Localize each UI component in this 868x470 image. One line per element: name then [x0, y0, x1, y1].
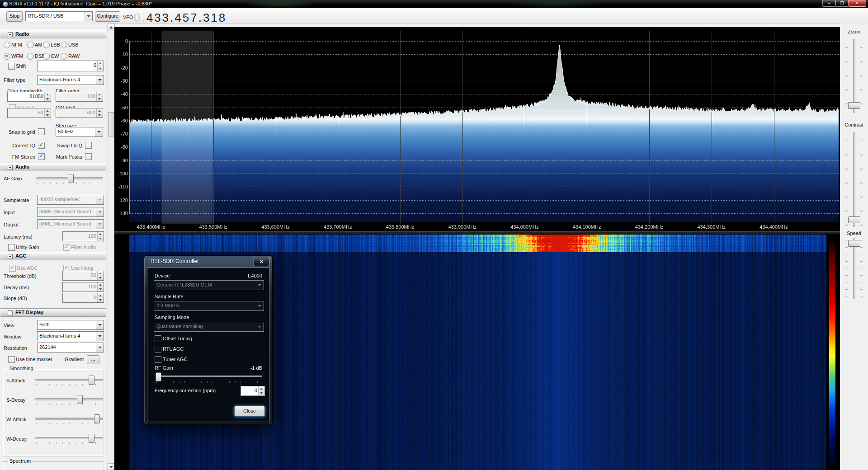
source-select[interactable]: RTL-SDR / USB	[25, 11, 93, 21]
frequency-display[interactable]: 0.433.457.318	[134, 11, 226, 25]
fft-window-select[interactable]: Blackman-Harris 4	[37, 331, 104, 341]
w-attack-slider[interactable]	[35, 418, 103, 420]
sidebar-scrollbar[interactable]	[107, 24, 114, 470]
s-decay-slider-thumb[interactable]	[77, 395, 83, 404]
rtl-agc-checkbox[interactable]	[155, 346, 161, 352]
gradient-button[interactable]: ...	[87, 355, 99, 364]
maximize-button[interactable]: ❐	[835, 0, 849, 7]
view-select[interactable]: Both	[37, 320, 104, 330]
radio-mode-label: RAW	[68, 53, 80, 59]
radio-panel-header[interactable]: Radio	[0, 30, 106, 38]
fft-display-panel-header[interactable]: FFT Display	[0, 308, 106, 317]
use-time-marker-checkbox[interactable]	[8, 356, 15, 363]
agc-slope-field[interactable]: 0	[62, 293, 104, 303]
spinner-icon[interactable]	[97, 282, 104, 291]
radio-mode-lsb[interactable]	[43, 42, 50, 48]
db-tick-label: -50	[114, 105, 128, 110]
agc-threshold-field[interactable]: -50	[62, 271, 104, 281]
tuner-agc-checkbox[interactable]	[155, 356, 161, 363]
frequency-tick-label: 434,000MHz	[506, 224, 544, 230]
scroll-down-icon[interactable]	[108, 463, 115, 470]
slider-ticks	[36, 423, 102, 424]
dialog-close-action-button[interactable]: Close	[234, 406, 265, 417]
spinner-icon[interactable]	[97, 271, 104, 280]
agc-slope-label: Slope (dB)	[4, 296, 27, 301]
unity-gain-checkbox[interactable]	[8, 244, 15, 251]
sample-rate-label: Sample Rate	[155, 294, 184, 299]
radio-mode-am[interactable]	[27, 42, 34, 48]
w-decay-slider-thumb[interactable]	[89, 434, 94, 443]
close-button[interactable]: ✕	[848, 0, 866, 7]
scrollbar-thumb[interactable]	[108, 112, 114, 136]
speed-slider-thumb[interactable]	[848, 240, 860, 247]
filter-bandwidth-field[interactable]: 81850	[7, 92, 51, 102]
offset-tuning-checkbox[interactable]	[155, 335, 161, 342]
fm-stereo-checkbox[interactable]	[38, 153, 45, 160]
spinner-icon[interactable]	[97, 293, 104, 302]
frequency-correction-field[interactable]: 0	[241, 386, 265, 396]
filter-order-field: 100	[56, 92, 103, 102]
collapse-icon[interactable]	[8, 310, 13, 315]
mark-peaks-checkbox[interactable]	[85, 153, 92, 160]
scroll-up-icon[interactable]	[108, 24, 115, 31]
radio-mode-cw[interactable]	[43, 53, 50, 60]
filter-type-select[interactable]: Blackman-Harris 4	[37, 75, 104, 85]
dialog-close-button[interactable]: ✕	[254, 257, 269, 266]
spinner-icon[interactable]	[97, 61, 104, 71]
correct-iq-checkbox[interactable]	[38, 142, 45, 149]
s-decay-slider[interactable]	[35, 398, 103, 400]
slider-ticks	[860, 240, 863, 298]
step-size-select[interactable]: 50 kHz	[56, 127, 103, 137]
rf-gain-slider[interactable]	[156, 376, 262, 377]
collapse-icon[interactable]	[8, 254, 13, 259]
radio-mode-usb[interactable]	[61, 42, 67, 48]
rf-gain-slider-thumb[interactable]	[156, 372, 161, 381]
frequency-tick-label: 434,400MHz	[755, 224, 793, 230]
shift-value-field[interactable]: 0	[37, 61, 104, 71]
chevron-down-icon	[85, 12, 92, 21]
chevron-down-icon	[96, 195, 104, 204]
audio-panel-header[interactable]: Audio	[0, 163, 106, 171]
sampling-mode-label: Sampling Mode	[155, 315, 189, 320]
w-attack-slider-thumb[interactable]	[94, 414, 100, 423]
frequency-tick-label: 433,500MHz	[194, 224, 232, 230]
spectrum-legend: Spectrum	[8, 458, 32, 464]
radio-mode-dsb[interactable]	[27, 53, 34, 60]
contrast-slider-thumb[interactable]	[848, 216, 860, 223]
chevron-down-icon	[256, 281, 263, 290]
spectrum-display[interactable]: 0-10-20-30-40-50-60-70-80-90-100-110-120…	[114, 27, 840, 231]
chevron-down-icon	[96, 320, 104, 329]
use-time-marker-label: Use time marker	[16, 357, 52, 362]
display-settings-panel: Zoom Contrast Speed	[840, 24, 868, 470]
collapse-icon[interactable]	[8, 165, 13, 170]
control-sidebar: Radio NFM AM LSB USB WFM DSB CW RAW Shif…	[0, 24, 107, 470]
radio-mode-nfm[interactable]	[4, 42, 10, 48]
collapse-icon[interactable]	[8, 32, 13, 37]
spectrum-canvas[interactable]	[114, 27, 840, 231]
shift-checkbox[interactable]	[8, 63, 15, 70]
spinner-icon[interactable]	[258, 386, 264, 395]
title-bar[interactable]: SDR# v1.0.0.1172 - IQ Imbalance: Gain = …	[0, 0, 868, 8]
s-attack-slider-thumb[interactable]	[89, 376, 94, 385]
dialog-title[interactable]: RTL-SDR Controller	[151, 258, 199, 264]
af-gain-slider-thumb[interactable]	[68, 174, 74, 183]
sample-rate-select: 2.8 MSPS	[154, 301, 264, 311]
agc-panel-header[interactable]: AGC	[0, 252, 106, 260]
stop-button[interactable]: Stop	[6, 11, 23, 22]
configure-button[interactable]: Configure	[95, 11, 120, 22]
snap-to-grid-checkbox[interactable]	[38, 128, 45, 135]
radio-mode-wfm[interactable]	[4, 53, 10, 60]
radio-mode-raw[interactable]	[61, 53, 67, 60]
minimize-button[interactable]: –	[822, 0, 836, 7]
zoom-slider-thumb[interactable]	[848, 102, 860, 109]
filter-audio-label: Filter Audio	[71, 244, 96, 250]
s-attack-label: S-Attack	[6, 378, 25, 383]
speed-slider[interactable]	[853, 238, 855, 299]
spinner-icon[interactable]	[44, 92, 51, 101]
input-label: Input	[4, 210, 14, 215]
audio-input-select: [MME] Microsoft Sound	[37, 207, 104, 217]
resolution-select[interactable]: 262144	[37, 343, 104, 352]
agc-decay-field[interactable]: 100	[62, 282, 104, 292]
swap-iq-checkbox[interactable]	[85, 142, 92, 149]
contrast-slider[interactable]	[853, 132, 855, 227]
